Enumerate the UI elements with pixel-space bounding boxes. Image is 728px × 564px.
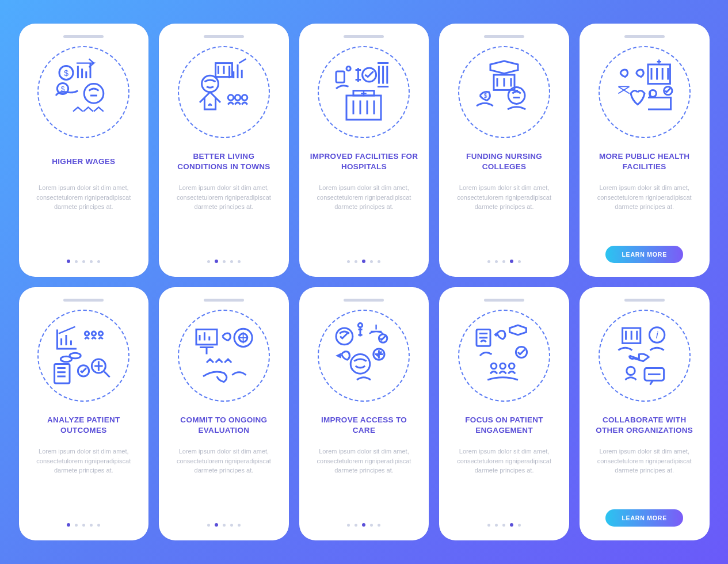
card-title: IMPROVE ACCESS TO CARE <box>307 414 421 436</box>
card-description: Lorem ipsum dolor sit dim amet, consecte… <box>307 447 421 524</box>
svg-point-7 <box>228 95 234 101</box>
pagination-dot[interactable] <box>347 260 350 263</box>
card-title: FUNDING NURSING COLLEGES <box>447 151 561 173</box>
pagination-dot[interactable] <box>487 260 490 263</box>
pagination-dots <box>67 524 100 527</box>
svg-text:i: i <box>655 330 658 341</box>
card-description: Lorem ipsum dolor sit dim amet, consecte… <box>27 447 141 524</box>
pagination-dot[interactable] <box>347 524 350 527</box>
onboarding-card: BETTER LIVING CONDITIONS IN TOWNSLorem i… <box>159 24 289 277</box>
card-title: COLLABORATE WITH OTHER ORGANIZATIONS <box>588 414 702 436</box>
pagination-dot[interactable] <box>487 524 490 527</box>
pagination-dot[interactable] <box>362 260 365 263</box>
pagination-dot[interactable] <box>207 260 210 263</box>
town-icon <box>178 46 270 138</box>
svg-rect-13 <box>346 96 381 120</box>
pagination-dots <box>347 260 380 264</box>
onboarding-card: IMPROVE ACCESS TO CARELorem ipsum dolor … <box>299 287 429 540</box>
pagination-dot[interactable] <box>362 523 365 527</box>
svg-text:$: $ <box>64 68 68 78</box>
card-description: Lorem ipsum dolor sit dim amet, consecte… <box>167 183 281 260</box>
pagination-dot[interactable] <box>355 260 357 263</box>
pagination-dot[interactable] <box>495 260 498 263</box>
svg-point-11 <box>346 67 350 71</box>
svg-point-36 <box>351 355 371 374</box>
pagination-dot[interactable] <box>502 524 505 527</box>
svg-rect-10 <box>336 71 344 82</box>
pagination-dot[interactable] <box>378 260 380 263</box>
svg-point-9 <box>242 95 247 101</box>
card-description: Lorem ipsum dolor sit dim amet, consecte… <box>27 183 141 260</box>
card-description: Lorem ipsum dolor sit dim amet, consecte… <box>588 447 702 509</box>
engagement-icon <box>458 310 550 402</box>
pagination-dot[interactable] <box>518 524 521 527</box>
onboarding-card: FOCUS ON PATIENT ENGAGEMENTLorem ipsum d… <box>439 287 569 540</box>
pagination-dot[interactable] <box>82 524 85 527</box>
pagination-dot[interactable] <box>215 260 218 263</box>
pagination-dot[interactable] <box>82 260 85 263</box>
phone-notch <box>344 299 384 302</box>
svg-point-8 <box>235 95 241 101</box>
pagination-dot[interactable] <box>75 260 78 263</box>
pagination-dot[interactable] <box>510 523 513 527</box>
analyze-icon <box>37 310 129 402</box>
pagination-dots <box>207 524 241 527</box>
card-title: HIGHER WAGES <box>49 151 117 173</box>
pagination-dots <box>207 260 241 264</box>
phone-notch <box>63 299 104 302</box>
phone-notch <box>204 35 244 38</box>
pagination-dot[interactable] <box>97 260 100 263</box>
pagination-dot[interactable] <box>230 260 233 263</box>
card-description: Lorem ipsum dolor sit dim amet, consecte… <box>167 447 281 524</box>
pagination-dot[interactable] <box>378 524 380 527</box>
svg-rect-26 <box>55 364 70 383</box>
pagination-dot[interactable] <box>502 260 505 263</box>
onboarding-card: COMMIT TO ONGOING EVALUATIONLorem ipsum … <box>159 287 289 540</box>
learn-more-button[interactable]: LEARN MORE <box>605 246 683 263</box>
pagination-dot[interactable] <box>510 260 513 263</box>
pagination-dot[interactable] <box>355 524 357 527</box>
pagination-dot[interactable] <box>223 260 226 263</box>
pagination-dot[interactable] <box>90 260 93 263</box>
svg-point-21 <box>85 331 89 336</box>
pagination-dot[interactable] <box>370 260 373 263</box>
onboarding-card: iCOLLABORATE WITH OTHER ORGANIZATIONSLor… <box>580 287 710 540</box>
phone-notch <box>624 35 665 38</box>
pagination-dot[interactable] <box>207 524 210 527</box>
wages-icon: $$ <box>37 46 129 138</box>
pagination-dots <box>487 524 521 527</box>
svg-point-4 <box>84 84 104 104</box>
svg-point-6 <box>201 75 218 92</box>
pagination-dot[interactable] <box>238 524 241 527</box>
svg-point-23 <box>99 331 103 336</box>
pagination-dot[interactable] <box>223 524 226 527</box>
pagination-dot[interactable] <box>238 260 241 263</box>
pagination-dot[interactable] <box>370 524 373 527</box>
svg-point-40 <box>500 363 506 369</box>
learn-more-button[interactable]: LEARN MORE <box>605 509 683 527</box>
card-title: ANALYZE PATIENT OUTCOMES <box>27 414 141 436</box>
evaluation-icon <box>178 310 270 402</box>
pagination-dot[interactable] <box>67 523 70 527</box>
card-title: MORE PUBLIC HEALTH FACILITIES <box>588 151 702 173</box>
public-health-icon <box>599 46 691 138</box>
pagination-dot[interactable] <box>75 524 78 527</box>
pagination-dot[interactable] <box>215 523 218 527</box>
card-description: Lorem ipsum dolor sit dim amet, consecte… <box>447 183 561 260</box>
svg-point-25 <box>70 353 81 359</box>
svg-text:$: $ <box>484 92 487 99</box>
card-title: IMPROVED FACILITIES FOR HOSPITALS <box>307 151 421 173</box>
onboarding-card: IMPROVED FACILITIES FOR HOSPITALSLorem i… <box>299 24 429 277</box>
card-title: COMMIT TO ONGOING EVALUATION <box>167 414 281 436</box>
svg-point-39 <box>491 363 497 369</box>
phone-notch <box>484 299 524 302</box>
svg-text:$: $ <box>61 85 65 93</box>
access-icon <box>318 310 410 402</box>
pagination-dot[interactable] <box>518 260 521 263</box>
pagination-dot[interactable] <box>495 524 498 527</box>
pagination-dot[interactable] <box>90 524 93 527</box>
onboarding-card: MORE PUBLIC HEALTH FACILITIESLorem ipsum… <box>580 24 710 277</box>
pagination-dot[interactable] <box>230 524 233 527</box>
pagination-dot[interactable] <box>67 260 70 263</box>
pagination-dot[interactable] <box>97 524 100 527</box>
